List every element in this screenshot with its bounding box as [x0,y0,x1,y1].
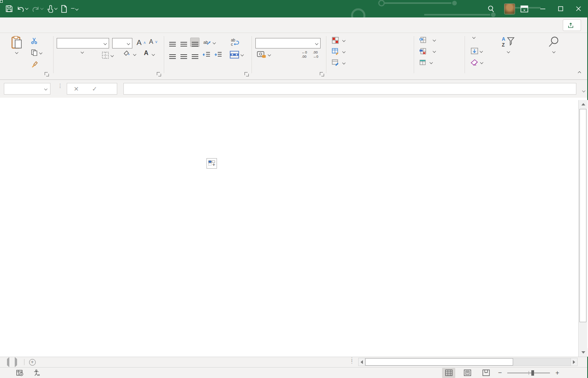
merge-center-dropdown-icon[interactable] [241,53,244,56]
accounting-dropdown-icon[interactable] [268,53,271,56]
ribbon-display-options-button[interactable] [515,0,534,17]
align-top-button[interactable] [168,38,177,47]
underline-button[interactable] [79,51,83,53]
tab-strip-resize-handle[interactable]: ⋮⋮ [349,358,354,363]
conditional-formatting-dropdown-icon[interactable] [342,39,345,42]
name-box[interactable] [4,83,50,95]
scroll-left-button[interactable] [358,358,365,366]
save-button[interactable] [5,5,13,12]
clear-dropdown-icon[interactable] [480,61,483,64]
align-middle-button[interactable] [179,38,188,47]
increase-decimal-button[interactable]: ←0.00 [302,50,311,59]
cell-styles-dropdown-icon[interactable] [342,61,345,64]
customize-qat-button[interactable] [71,8,78,10]
delete-cells-dropdown-icon[interactable] [433,50,436,53]
collapse-ribbon-button[interactable] [578,70,581,74]
autofill-options-button[interactable]: + [206,158,217,169]
search-icon[interactable] [482,0,500,17]
copy-dropdown-icon[interactable] [39,51,42,54]
cell-styles-button[interactable] [332,59,345,66]
find-select-dropdown-icon[interactable] [552,50,555,53]
align-bottom-button[interactable] [190,38,199,47]
decrease-font-button[interactable]: A˅ [149,38,158,45]
maximize-button[interactable] [552,0,569,17]
borders-dropdown-icon[interactable] [111,54,114,57]
wrap-text-button[interactable]: abc [231,38,240,47]
scroll-down-button[interactable] [579,348,588,357]
macro-record-button[interactable] [16,370,23,376]
horizontal-scroll-thumb[interactable] [365,358,513,366]
number-dialog-launcher[interactable] [319,71,324,77]
font-color-button[interactable]: A [143,50,149,58]
confirm-entry-button[interactable]: ✓ [92,85,97,93]
underline-dropdown-icon[interactable] [81,50,84,54]
align-left-button[interactable] [168,50,177,59]
increase-font-button[interactable]: A˄ [137,38,146,47]
fill-dropdown-icon[interactable] [480,49,483,52]
horizontal-scrollbar[interactable] [358,358,578,366]
touch-mode-dropdown-icon[interactable] [54,7,57,10]
sheet-nav-left-button[interactable] [7,359,9,365]
merge-center-button[interactable] [230,51,243,59]
redo-button[interactable] [32,5,43,12]
new-sheet-button[interactable]: + [24,357,40,367]
cancel-entry-button[interactable]: ✕ [74,85,79,93]
scroll-up-button[interactable] [579,100,588,109]
format-cells-button[interactable] [419,59,432,66]
borders-button[interactable] [102,52,113,59]
clipboard-dialog-launcher[interactable] [44,71,49,77]
expand-formula-bar-button[interactable] [583,87,585,94]
font-name-select[interactable] [57,38,109,48]
undo-dropdown-icon[interactable] [25,7,28,10]
scroll-right-button[interactable] [571,358,578,366]
accessibility-status[interactable] [33,369,43,376]
paste-button[interactable] [5,36,28,54]
font-color-dropdown-icon[interactable] [152,53,154,55]
clear-button[interactable] [471,59,483,66]
sort-filter-button[interactable]: AZ [487,36,530,55]
font-size-select[interactable] [112,38,132,48]
fill-button[interactable] [471,48,482,54]
align-right-button[interactable] [190,50,199,59]
copy-button[interactable] [31,49,42,56]
touch-mode-button[interactable] [47,5,57,13]
delete-cells-button[interactable] [419,48,435,54]
decrease-decimal-button[interactable]: .00→0 [313,50,322,59]
sort-filter-dropdown-icon[interactable] [507,50,510,53]
page-break-preview-button[interactable] [479,368,493,378]
font-dialog-launcher[interactable] [156,71,161,77]
insert-cells-button[interactable] [419,37,435,43]
zoom-slider-thumb[interactable] [531,370,534,376]
increase-indent-button[interactable] [214,52,222,58]
formula-bar-resize-handle[interactable]: ⋮ [57,85,63,87]
share-button[interactable] [563,19,581,31]
insert-cells-dropdown-icon[interactable] [433,38,436,41]
conditional-formatting-button[interactable] [332,37,345,44]
align-center-button[interactable] [179,50,188,59]
new-document-button[interactable] [61,5,67,13]
close-button[interactable] [569,0,587,17]
fill-color-button[interactable] [123,50,130,58]
undo-button[interactable] [17,5,28,12]
cut-button[interactable] [31,38,38,44]
number-format-select[interactable] [255,38,321,48]
user-avatar[interactable] [504,3,515,14]
decrease-indent-button[interactable] [203,52,210,58]
page-layout-view-button[interactable] [461,368,474,378]
find-select-button[interactable] [532,36,575,55]
vertical-scrollbar[interactable] [578,100,587,357]
minimize-button[interactable] [534,0,552,17]
accounting-format-button[interactable] [257,51,271,59]
orientation-button[interactable]: ab [203,39,215,46]
formula-input[interactable] [123,83,576,95]
vertical-scroll-thumb[interactable] [579,109,586,322]
autosum-dropdown-icon[interactable] [472,36,475,39]
alignment-dialog-launcher[interactable] [244,71,249,77]
zoom-slider[interactable] [507,373,550,373]
orientation-dropdown-icon[interactable] [213,41,216,44]
normal-view-button[interactable] [442,368,455,378]
format-painter-button[interactable] [31,61,38,68]
sheet-nav-right-button[interactable] [15,359,17,365]
zoom-out-button[interactable]: − [498,369,502,377]
format-as-table-dropdown-icon[interactable] [342,50,345,53]
